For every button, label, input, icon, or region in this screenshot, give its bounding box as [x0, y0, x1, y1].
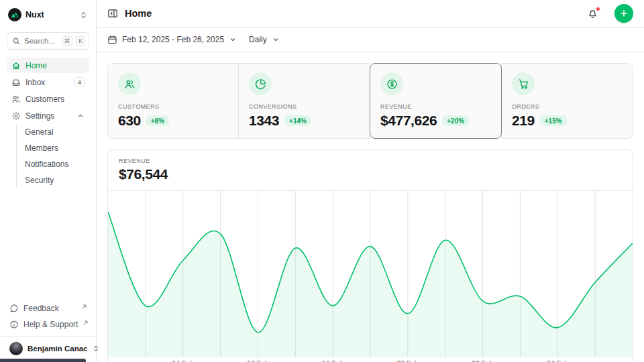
content: CUSTOMERS 630 +8% CONVERSIONS 1343 +14% — [97, 52, 644, 362]
kbd-k: K — [76, 36, 85, 46]
sidebar-item-security[interactable]: Security — [18, 173, 89, 188]
revenue-area-chart — [108, 191, 633, 357]
sidebar-nav: Home Inbox 4 Customers Settings General … — [7, 58, 89, 189]
external-link-icon — [82, 304, 87, 309]
stat-card-orders[interactable]: ORDERS 219 +15% — [501, 63, 633, 139]
sidebar-item-inbox[interactable]: Inbox 4 — [7, 74, 89, 90]
chart-header: REVENUE $76,544 — [108, 150, 633, 190]
sidebar-item-notifications[interactable]: Notifications — [18, 157, 89, 172]
stat-value: 219 — [512, 113, 535, 129]
info-circle-icon — [9, 320, 19, 329]
help-support-link[interactable]: Help & Support — [7, 317, 89, 332]
calendar-icon — [107, 35, 117, 45]
stat-value: 1343 — [249, 113, 279, 129]
filters-toolbar: Feb 12, 2025 - Feb 26, 2025 Daily — [97, 27, 644, 52]
home-icon — [11, 61, 21, 70]
panel-left-close-icon — [107, 8, 118, 19]
stat-value: $477,626 — [380, 113, 437, 129]
workspace-selector[interactable]: Nuxt — [7, 7, 89, 21]
app-window: Nuxt Search... ⌘ K Home Inbox 4 Customer… — [0, 0, 644, 362]
sidebar-item-home[interactable]: Home — [7, 58, 89, 73]
divider — [0, 336, 96, 337]
stat-delta-badge: +20% — [442, 115, 469, 126]
stat-card-conversions[interactable]: CONVERSIONS 1343 +14% — [238, 63, 370, 139]
x-tick-label: 18 Feb — [322, 359, 344, 362]
inbox-count-badge: 4 — [74, 77, 85, 87]
sidebar-footer: Feedback Help & Support Benjamin Canac — [7, 301, 89, 357]
plus-icon — [619, 8, 629, 19]
x-tick-label: 16 Feb — [247, 359, 269, 362]
search-input[interactable]: Search... ⌘ K — [7, 32, 89, 50]
chevron-up-down-icon — [92, 345, 100, 353]
x-tick-label: 22 Feb — [472, 359, 494, 362]
notification-dot — [596, 7, 600, 11]
feedback-link[interactable]: Feedback — [7, 301, 89, 316]
stat-label: CONVERSIONS — [249, 103, 360, 110]
stat-delta-badge: +14% — [284, 115, 311, 126]
sidebar-item-settings[interactable]: Settings — [7, 108, 89, 123]
sidebar-item-general[interactable]: General — [18, 125, 89, 139]
page-title: Home — [125, 8, 580, 19]
chevron-down-icon — [272, 36, 280, 44]
page-header: Home — [97, 0, 644, 27]
sidebar-collapse-button[interactable] — [107, 8, 118, 19]
x-axis-tick-labels: 14 Feb16 Feb18 Feb20 Feb22 Feb24 Feb — [108, 357, 633, 362]
stat-label: REVENUE — [380, 103, 491, 110]
chart-pie-icon — [249, 72, 272, 95]
chevron-up-icon — [76, 112, 85, 120]
user-menu[interactable]: Benjamin Canac — [7, 341, 89, 357]
revenue-chart-card: REVENUE $76,544 14 Feb16 Feb18 Feb20 Feb… — [107, 149, 633, 362]
sidebar: Nuxt Search... ⌘ K Home Inbox 4 Customer… — [0, 0, 97, 362]
stat-delta-badge: +8% — [146, 115, 169, 126]
chevron-down-icon — [229, 36, 237, 44]
shopping-cart-icon — [512, 72, 535, 95]
stat-delta-badge: +15% — [540, 115, 567, 126]
user-name: Benjamin Canac — [28, 345, 87, 353]
avatar — [9, 342, 23, 355]
chart-plot-area[interactable]: 14 Feb16 Feb18 Feb20 Feb22 Feb24 Feb — [108, 190, 633, 362]
notifications-button[interactable] — [587, 8, 598, 19]
external-link-icon — [83, 320, 88, 325]
date-range-value: Feb 12, 2025 - Feb 26, 2025 — [122, 35, 224, 44]
inbox-icon — [11, 78, 21, 87]
users-icon — [118, 72, 141, 95]
x-tick-label: 14 Feb — [172, 359, 194, 362]
stat-value: 630 — [118, 113, 141, 129]
settings-submenu: General Members Notifications Security — [16, 125, 89, 188]
search-placeholder: Search... — [24, 37, 58, 45]
bottom-edge-artifact — [0, 359, 86, 362]
circle-dollar-icon — [380, 72, 403, 95]
chart-metric-label: REVENUE — [119, 158, 622, 164]
nuxt-logo-icon — [8, 8, 21, 21]
users-icon — [11, 95, 21, 104]
chevron-up-down-icon — [79, 11, 88, 19]
kbd-cmd: ⌘ — [62, 36, 73, 46]
workspace-name: Nuxt — [25, 10, 75, 19]
x-tick-label: 24 Feb — [547, 359, 569, 362]
period-value: Daily — [249, 35, 267, 44]
stat-label: ORDERS — [512, 103, 623, 110]
sidebar-item-customers[interactable]: Customers — [7, 91, 89, 107]
gear-icon — [11, 111, 21, 121]
main-area: Home Feb 12, 2025 - Feb 26, 2025 Daily — [97, 0, 644, 362]
search-icon — [12, 37, 21, 46]
x-tick-label: 20 Feb — [396, 359, 419, 362]
stat-card-customers[interactable]: CUSTOMERS 630 +8% — [107, 63, 239, 139]
date-range-picker[interactable]: Feb 12, 2025 - Feb 26, 2025 — [107, 35, 237, 45]
chart-metric-value: $76,544 — [119, 166, 622, 182]
add-button[interactable] — [614, 4, 633, 23]
stat-label: CUSTOMERS — [118, 103, 228, 110]
stats-row: CUSTOMERS 630 +8% CONVERSIONS 1343 +14% — [107, 63, 633, 139]
period-select[interactable]: Daily — [249, 35, 280, 44]
stat-card-revenue[interactable]: REVENUE $477,626 +20% — [370, 63, 502, 139]
message-bubble-icon — [9, 304, 19, 313]
sidebar-item-members[interactable]: Members — [18, 141, 89, 156]
